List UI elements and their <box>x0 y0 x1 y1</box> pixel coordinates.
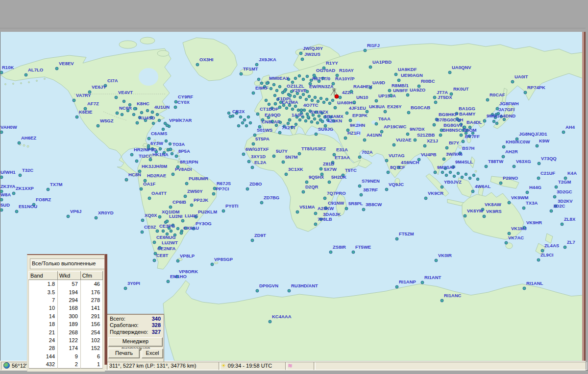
station-label[interactable]: UP150A <box>378 93 396 98</box>
station-dot[interactable] <box>362 208 365 211</box>
station-dot[interactable] <box>424 197 427 200</box>
station-label[interactable]: ZK3YA <box>0 184 15 189</box>
station-dot[interactable] <box>185 182 188 185</box>
station-dot[interactable] <box>344 137 347 140</box>
station-dot[interactable] <box>502 155 505 158</box>
station-label[interactable]: VQ9JC <box>389 182 404 187</box>
station-label[interactable]: C91NW <box>328 200 344 206</box>
station-dot[interactable] <box>562 131 565 134</box>
station-label[interactable]: AH4 <box>565 124 575 130</box>
station-label[interactable]: PP2JK <box>194 197 208 203</box>
station-label[interactable]: S21ZBB <box>417 132 435 138</box>
station-dot[interactable] <box>251 166 254 169</box>
station-label[interactable]: UE90AGN <box>401 72 423 78</box>
station-label[interactable]: FT5ZM <box>399 231 414 236</box>
station-dot[interactable] <box>537 258 540 261</box>
station-dot[interactable] <box>148 197 151 200</box>
station-label[interactable]: RA10Y/P <box>335 76 355 81</box>
station-label[interactable]: PY0TI <box>225 203 238 209</box>
station-label[interactable]: ZD7BG <box>264 195 279 200</box>
station-label[interactable]: VK6YM <box>467 208 483 213</box>
station-label[interactable]: ZL4AS <box>544 243 559 248</box>
station-dot[interactable] <box>369 66 372 69</box>
station-label[interactable]: VK1MJ <box>511 226 527 231</box>
station-label[interactable]: 5X7W <box>324 166 337 172</box>
station-dot[interactable] <box>395 285 398 288</box>
station-dot[interactable] <box>345 207 348 210</box>
station-label[interactable]: VK9CR <box>428 190 443 196</box>
station-label[interactable]: CI7A <box>107 78 118 83</box>
station-dot[interactable] <box>331 99 334 102</box>
station-label[interactable]: 4JF1EU <box>349 105 366 111</box>
station-label[interactable]: EW/RN3ZA <box>309 84 334 89</box>
station-dot[interactable] <box>211 263 214 266</box>
station-dot[interactable] <box>156 113 159 116</box>
station-label[interactable]: TI2CC <box>139 153 152 159</box>
station-dot[interactable] <box>421 281 424 284</box>
station-dot[interactable] <box>483 215 486 218</box>
station-dot[interactable] <box>537 177 540 180</box>
station-dot[interactable] <box>471 190 474 193</box>
station-dot[interactable] <box>384 110 387 113</box>
column-header-wkd[interactable]: Wkd <box>58 272 81 280</box>
station-label[interactable]: EA9QD <box>265 112 281 117</box>
station-dot[interactable] <box>441 171 444 174</box>
station-label[interactable]: UA9KDF <box>398 67 417 72</box>
station-dot[interactable] <box>174 106 177 109</box>
station-dot[interactable] <box>462 140 465 143</box>
station-dot[interactable] <box>162 128 165 131</box>
station-dot[interactable] <box>252 92 255 94</box>
station-label[interactable]: U/WH1 <box>0 169 16 175</box>
station-label[interactable]: 8R1RPN <box>180 159 198 164</box>
station-dot[interactable] <box>328 181 331 184</box>
station-label[interactable]: T2GM <box>558 179 571 185</box>
station-label[interactable]: HZ1FI <box>347 130 360 136</box>
station-dot[interactable] <box>364 49 367 52</box>
station-label[interactable]: T6AA <box>378 116 391 121</box>
station-dot[interactable] <box>366 110 368 113</box>
station-label[interactable]: HK1NA <box>152 152 169 157</box>
station-label[interactable]: JX9JKA <box>259 57 276 62</box>
station-label[interactable]: BH8NSC <box>442 127 462 133</box>
station-label[interactable]: 6W/G3TXF <box>245 146 269 152</box>
station-label[interactable]: E31A <box>336 147 348 152</box>
station-label[interactable]: UA1PBD <box>372 59 392 65</box>
station-label[interactable]: CX9AU <box>183 225 199 231</box>
station-label[interactable]: AH6EZ <box>21 135 36 140</box>
station-dot[interactable] <box>564 246 566 249</box>
station-dot[interactable] <box>288 289 291 292</box>
station-dot[interactable] <box>19 174 22 177</box>
station-label[interactable]: E51NOU <box>19 204 37 209</box>
station-dot[interactable] <box>175 155 178 158</box>
station-dot[interactable] <box>227 112 230 115</box>
station-label[interactable]: OA1F <box>143 181 156 187</box>
station-dot[interactable] <box>288 118 291 121</box>
station-dot[interactable] <box>300 109 303 112</box>
station-label[interactable]: T5TC <box>345 167 357 173</box>
station-dot[interactable] <box>445 174 448 177</box>
station-label[interactable]: MM0EAX <box>269 75 289 81</box>
station-dot[interactable] <box>116 112 119 115</box>
station-label[interactable]: HD2RAE <box>147 173 166 178</box>
station-label[interactable]: VK7AC <box>508 235 524 240</box>
station-dot[interactable] <box>523 287 526 290</box>
station-label[interactable]: UN10 <box>356 94 368 100</box>
station-dot[interactable] <box>55 67 58 70</box>
station-label[interactable]: VP9/K7AR <box>169 117 192 123</box>
station-dot[interactable] <box>397 79 400 82</box>
station-label[interactable]: HK3JJH/0M <box>142 164 167 169</box>
station-dot[interactable] <box>124 287 127 290</box>
station-dot[interactable] <box>322 101 325 104</box>
station-dot[interactable] <box>495 122 498 125</box>
station-label[interactable]: K8HC <box>137 101 149 106</box>
station-dot[interactable] <box>465 173 467 176</box>
station-dot[interactable] <box>358 156 361 159</box>
station-dot[interactable] <box>122 100 125 103</box>
station-dot[interactable] <box>433 123 436 126</box>
station-label[interactable]: RI1FJ <box>367 43 380 48</box>
station-label[interactable]: 8Q7CF <box>390 164 405 170</box>
station-dot[interactable] <box>176 227 179 230</box>
station-label[interactable]: EX26Y <box>387 104 402 109</box>
station-dot[interactable] <box>256 113 259 116</box>
station-dot[interactable] <box>406 133 409 136</box>
